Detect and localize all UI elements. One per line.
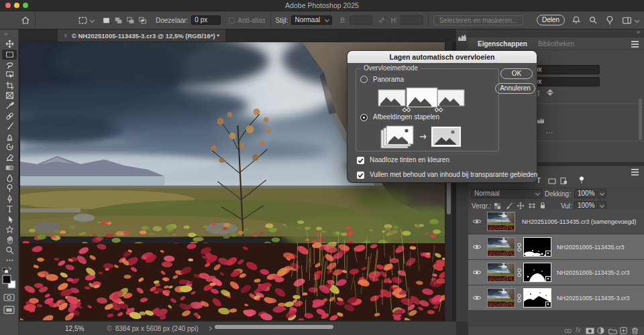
close-tab-icon[interactable]: × (64, 32, 68, 40)
layer-row-2[interactable]: NH20251005-113435-2.cr3 (468, 260, 644, 285)
new-layer-icon[interactable] (620, 327, 627, 334)
flip-vertical-icon[interactable] (546, 88, 554, 96)
tab-libraries[interactable]: Bibliotheken (538, 40, 574, 48)
layer-mask-thumbnail[interactable] (523, 288, 551, 308)
layer-thumbnail[interactable] (487, 237, 515, 257)
layer-style-fx-icon[interactable]: fx (576, 326, 581, 334)
home-icon[interactable] (21, 15, 30, 25)
mask-link-icon[interactable] (517, 267, 522, 278)
spot-healing-brush-tool[interactable] (2, 111, 17, 121)
collapse-panels-button[interactable]: » (636, 28, 640, 36)
quick-mask-mode-icon[interactable] (3, 293, 15, 302)
new-group-icon[interactable] (608, 328, 617, 334)
visibility-eye-icon[interactable] (472, 218, 482, 224)
cancel-button[interactable]: Annuleren (495, 83, 535, 94)
style-dropdown[interactable]: Normaal (291, 15, 332, 25)
brush-tool[interactable] (2, 121, 17, 131)
status-chevron-icon[interactable] (207, 326, 212, 330)
intersect-selection-icon[interactable] (138, 16, 147, 25)
seamless-tones-checkbox[interactable] (357, 157, 364, 164)
dodge-tool[interactable] (2, 183, 17, 193)
rectangular-marquee-tool[interactable] (2, 50, 17, 60)
tab-properties[interactable]: Eigenschappen (478, 40, 527, 48)
expand-toolbar-button[interactable]: » (4, 29, 8, 38)
layer-name[interactable]: NH20251005-113435.cr3 (samengevoegd) (522, 218, 636, 225)
properties-menu-icon[interactable] (631, 40, 639, 45)
move-tool[interactable] (2, 39, 17, 49)
crop-tool[interactable] (2, 80, 17, 90)
custom-shape-tool[interactable] (2, 224, 17, 234)
blur-tool[interactable] (2, 173, 17, 183)
edit-toolbar[interactable] (2, 255, 17, 265)
opacity-dropdown-chevron[interactable] (597, 189, 606, 198)
frame-tool[interactable] (2, 90, 17, 100)
layer-name[interactable]: NH20251005-113435-2.cr3 (557, 269, 629, 276)
layer-mask-thumbnail[interactable] (523, 263, 551, 282)
ok-button[interactable]: OK (500, 68, 533, 79)
mask-link-icon[interactable] (517, 242, 522, 253)
tool-preset-marquee[interactable] (78, 15, 94, 25)
properties-scrollbar-thumb[interactable] (639, 98, 642, 140)
adjustment-layer-icon[interactable] (597, 327, 604, 334)
lock-artboard-icon[interactable] (528, 202, 536, 209)
minimize-window-button[interactable] (14, 3, 19, 8)
gradient-tool[interactable] (2, 163, 17, 173)
screen-mode-icon[interactable] (3, 306, 15, 314)
filter-shape-icon[interactable] (548, 178, 556, 184)
visibility-eye-icon[interactable] (472, 244, 482, 250)
path-selection-tool[interactable] (2, 214, 17, 224)
properties-more-label[interactable]: ... (546, 127, 553, 135)
zoom-tool[interactable] (2, 245, 17, 255)
layer-name[interactable]: NH20251005-113435-3.cr3 (557, 295, 629, 302)
visibility-eye-icon[interactable] (472, 295, 482, 301)
link-layers-icon[interactable] (564, 328, 572, 334)
close-window-button[interactable] (5, 3, 11, 8)
seamless-tones-label[interactable]: Naadloze tinten en kleuren (370, 156, 449, 163)
hand-tool[interactable] (2, 234, 17, 245)
share-button[interactable]: Delen (537, 15, 565, 25)
layer-mask-thumbnail[interactable] (523, 237, 551, 257)
notifications-bell-icon[interactable] (572, 15, 581, 25)
feather-input[interactable]: 0 px (191, 15, 221, 25)
document-tab[interactable]: × © NH20251005-113435-3.cr3 @ 12,5% (RGB… (58, 29, 225, 42)
history-brush-tool[interactable] (2, 142, 17, 152)
stack-images-radio[interactable] (360, 114, 368, 121)
object-selection-tool[interactable] (2, 70, 17, 80)
search-icon[interactable] (588, 15, 598, 25)
filter-pin-toggle[interactable] (579, 176, 584, 185)
add-layer-mask-icon[interactable] (586, 328, 594, 334)
filter-smart-object-icon[interactable] (560, 177, 568, 185)
visibility-eye-icon[interactable] (472, 269, 482, 275)
foreground-background-color-swatches[interactable] (2, 275, 17, 289)
lasso-tool[interactable] (2, 60, 17, 70)
panorama-radio[interactable] (360, 76, 368, 83)
content-aware-checkbox[interactable] (357, 172, 364, 179)
layer-row-merged[interactable]: NH20251005-113435.cr3 (samengevoegd) (468, 209, 644, 234)
dialog-title[interactable]: Lagen automatisch overvloeien (347, 51, 537, 63)
swap-colors-icon[interactable] (2, 265, 13, 273)
content-aware-label[interactable]: Vullen met behoud van inhoud bij transpa… (370, 171, 537, 178)
subtract-from-selection-icon[interactable] (126, 16, 135, 25)
layer-thumbnail[interactable] (487, 288, 515, 308)
eraser-tool[interactable] (2, 152, 17, 162)
eyedropper-tool[interactable] (2, 100, 17, 111)
panorama-label[interactable]: Panorama (373, 76, 404, 83)
workspace-icon[interactable] (622, 15, 632, 25)
clone-stamp-tool[interactable] (2, 132, 17, 142)
layer-row-3[interactable]: NH20251005-113435-3.cr3 (468, 285, 644, 311)
add-to-selection-icon[interactable] (114, 16, 123, 25)
layer-thumbnail[interactable] (487, 212, 515, 231)
mask-link-icon[interactable] (517, 293, 522, 304)
type-tool[interactable] (2, 204, 17, 214)
layer-name[interactable]: NH20251005-113435.cr3 (557, 244, 624, 251)
antialias-checkbox[interactable] (229, 17, 235, 23)
pen-tool[interactable] (2, 194, 17, 204)
layer-thumbnail[interactable] (487, 263, 515, 282)
discover-lightbulb-icon[interactable] (605, 15, 614, 25)
select-and-mask-button[interactable]: Selecteren en maskeren... (433, 15, 524, 25)
layer-row-1[interactable]: NH20251005-113435.cr3 (468, 234, 644, 260)
stack-images-label[interactable]: Afbeeldingen stapelen (373, 113, 439, 121)
zoom-window-button[interactable] (23, 3, 28, 8)
histogram-panel-icon[interactable] (458, 34, 467, 42)
delete-layer-icon[interactable] (631, 327, 639, 334)
